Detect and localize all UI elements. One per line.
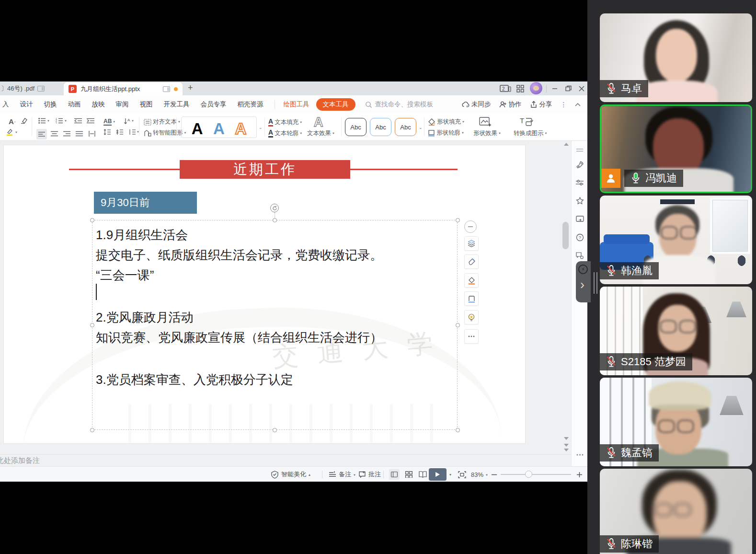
fill-color-button[interactable]: [464, 273, 479, 288]
font-style-outline[interactable]: A: [235, 121, 246, 137]
normal-view-button[interactable]: [389, 469, 400, 480]
slide-text-line[interactable]: 3.党员档案审查、入党积极分子认定: [96, 371, 293, 388]
text-style-sample-3[interactable]: Abc: [395, 118, 416, 136]
share-button[interactable]: 分享: [530, 100, 552, 109]
command-search[interactable]: 查找命令、搜索模板: [365, 100, 434, 109]
tab-preview-icon[interactable]: [163, 86, 170, 92]
slide-canvas[interactable]: 交通大学 近期工作 9月30日前 1.9月组织生活会提交电子、纸质版组织生活会记…: [4, 145, 525, 443]
reading-view-button[interactable]: [419, 467, 427, 482]
menu-text-tools[interactable]: 文本工具: [316, 98, 355, 111]
panel-drag-handle[interactable]: [596, 272, 597, 294]
previous-slide-button[interactable]: [564, 444, 569, 447]
bullet-list-button[interactable]: ▾: [38, 118, 49, 124]
menu-item-6[interactable]: 视图: [140, 100, 153, 109]
zoom-in-button[interactable]: [577, 467, 582, 482]
text-effects-button[interactable]: 文本效果▾: [307, 129, 334, 138]
menu-item-8[interactable]: 会员专享: [201, 100, 227, 109]
participant-tile[interactable]: 马卓: [600, 13, 752, 102]
more-options-button[interactable]: [464, 329, 479, 344]
rocket-icon[interactable]: [575, 160, 584, 169]
participant-tile[interactable]: S2185 范梦园: [600, 287, 752, 375]
align-left-button[interactable]: [36, 129, 47, 139]
format-brush-button[interactable]: [464, 254, 479, 269]
highlight-color-button[interactable]: ▾: [6, 128, 17, 136]
comments-button[interactable]: 批注: [358, 467, 381, 482]
menu-item-2[interactable]: 切换: [44, 100, 57, 109]
collaborate-button[interactable]: 协作: [499, 100, 522, 109]
smart-beautify-button[interactable]: 智能美化 ▴: [271, 467, 310, 482]
numbered-list-button[interactable]: 123▾: [56, 118, 67, 124]
font-style-gallery[interactable]: A A A: [181, 116, 257, 138]
increase-spacing-button[interactable]: [103, 129, 111, 135]
zoom-slider-knob[interactable]: [525, 471, 532, 478]
next-slide-button[interactable]: [564, 449, 569, 451]
gallery-expand-icon[interactable]: ⌄: [259, 125, 263, 130]
star-icon[interactable]: [575, 196, 584, 205]
text-style-sample-1[interactable]: Abc: [345, 118, 367, 136]
gallery-expand-icon[interactable]: ⌄: [419, 125, 423, 130]
new-tab-button[interactable]: +: [188, 83, 193, 93]
menu-item-5[interactable]: 审阅: [116, 100, 129, 109]
sidebar-more-icon[interactable]: [575, 450, 584, 459]
slide-text-line[interactable]: “三会一课”: [96, 267, 154, 284]
menu-item-0[interactable]: 入: [2, 100, 9, 109]
scroll-up-arrow[interactable]: [564, 143, 569, 146]
text-style-sample-2[interactable]: Abc: [370, 118, 391, 136]
shape-effects-icon[interactable]: [479, 116, 492, 127]
selection-handle[interactable]: [456, 323, 460, 327]
text-fill-button[interactable]: A文本填充▾: [268, 118, 302, 127]
slide-text-line[interactable]: 知识竞赛、党风廉政宣传展（结合组织生活会进行）: [96, 329, 382, 346]
menu-item-4[interactable]: 放映: [92, 100, 105, 109]
collapse-ribbon-icon[interactable]: [575, 103, 581, 106]
clear-format-icon[interactable]: [20, 117, 28, 124]
participant-tile[interactable]: 韩渔胤: [600, 196, 752, 284]
selection-handle[interactable]: [90, 218, 94, 222]
shape-effects-button[interactable]: 形状效果▾: [473, 129, 501, 138]
notes-bar[interactable]: 此处添加备注: [0, 454, 571, 466]
notes-button[interactable]: 备注 ▾: [329, 467, 355, 482]
recommend-button[interactable]: [464, 310, 479, 324]
panel-collapse-tab[interactable]: ⚡ ›: [576, 261, 591, 302]
decrease-spacing-button[interactable]: [116, 129, 123, 135]
present-window-icon[interactable]: [575, 215, 584, 223]
zoom-level[interactable]: 83%▾: [471, 467, 488, 482]
outline-color-button[interactable]: [464, 291, 479, 306]
convert-diagram-button[interactable]: 转换成图示▾: [514, 129, 547, 138]
participant-tile[interactable]: 陈琳锴: [600, 469, 752, 554]
minimize-button[interactable]: [549, 81, 561, 95]
shape-fill-button[interactable]: 形状填充▾: [428, 118, 464, 126]
slide-date-box[interactable]: 9月30日前: [94, 192, 197, 214]
slide-text-line[interactable]: 2.党风廉政月活动: [96, 309, 194, 326]
slide-title-banner[interactable]: 近期工作: [180, 160, 350, 179]
more-menu-icon[interactable]: ⋮: [561, 101, 567, 108]
align-text-button[interactable]: 对齐文本▾: [144, 118, 180, 126]
close-button[interactable]: [576, 81, 587, 95]
align-center-button[interactable]: [51, 131, 58, 137]
font-style-blue[interactable]: A: [213, 121, 225, 137]
multi-window-icon[interactable]: 2: [500, 81, 512, 95]
justify-button[interactable]: [76, 131, 83, 137]
account-avatar[interactable]: [530, 82, 542, 94]
text-direction-button[interactable]: AB▾: [103, 118, 115, 126]
tab-background-pdf[interactable]: 〕46号) .pdf: [0, 81, 45, 95]
increase-indent-button[interactable]: [87, 118, 94, 124]
selection-handle[interactable]: [456, 428, 460, 432]
distribute-button[interactable]: [88, 131, 96, 137]
decrease-indent-button[interactable]: [74, 118, 82, 124]
selection-handle[interactable]: [90, 323, 94, 327]
panel-drag-handle[interactable]: [594, 272, 595, 294]
play-options-caret[interactable]: ▾: [449, 467, 451, 482]
help-icon[interactable]: ?: [575, 233, 584, 242]
slide-sorter-view-button[interactable]: [405, 467, 412, 482]
restore-button[interactable]: [562, 81, 574, 95]
menu-drawing-tools[interactable]: 绘图工具: [284, 100, 309, 109]
menu-item-7[interactable]: 开发工具: [164, 100, 190, 109]
menu-item-9[interactable]: 稻壳资源: [238, 100, 263, 109]
sort-text-button[interactable]: A▾: [124, 118, 134, 124]
selection-handle[interactable]: [273, 218, 277, 222]
participant-tile[interactable]: 冯凯迪: [600, 104, 752, 193]
sidebar-handle-icon[interactable]: [575, 146, 584, 154]
tab-preview-icon[interactable]: [37, 86, 45, 92]
fit-slide-button[interactable]: [458, 467, 466, 482]
workspace-grid-icon[interactable]: [516, 81, 524, 95]
